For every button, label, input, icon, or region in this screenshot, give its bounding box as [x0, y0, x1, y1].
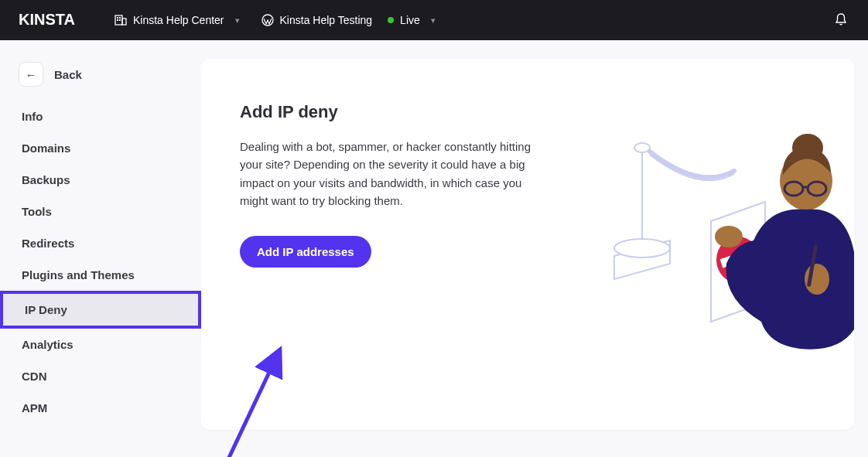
sidebar-item-label: Redirects — [22, 237, 74, 250]
bouncer-illustration-icon — [576, 128, 854, 376]
svg-point-18 — [715, 226, 743, 247]
svg-rect-5 — [117, 19, 118, 21]
sidebar-item-label: Domains — [22, 142, 70, 155]
main-content: Add IP deny Dealing with a bot, spammer,… — [201, 40, 868, 457]
bell-icon — [834, 12, 848, 26]
svg-text:KINSTA: KINSTA — [19, 12, 75, 28]
svg-rect-6 — [119, 19, 121, 21]
sidebar-item-label: Plugins and Themes — [22, 268, 135, 281]
env-label: Live — [400, 14, 420, 26]
notifications-button[interactable] — [834, 12, 848, 29]
chevron-down-icon: ▾ — [431, 15, 436, 26]
svg-rect-3 — [117, 17, 118, 19]
svg-point-10 — [614, 239, 670, 257]
top-navbar: KINSTA Kinsta Help Center ▾ Kinsta Help … — [0, 0, 868, 40]
environment-switcher[interactable]: Live ▾ — [388, 14, 436, 26]
back-arrow-icon: ← — [19, 62, 43, 87]
status-dot-icon — [388, 17, 394, 23]
brand-logo: KINSTA — [19, 12, 84, 28]
illustration — [576, 128, 854, 376]
svg-point-9 — [634, 143, 650, 152]
chevron-down-icon: ▾ — [235, 15, 240, 26]
sidebar-item-label: Info — [22, 110, 43, 123]
card-description: Dealing with a bot, spammer, or hacker c… — [240, 138, 549, 210]
svg-rect-1 — [115, 15, 122, 25]
building-icon — [114, 14, 127, 26]
sidebar-item-label: Analytics — [22, 338, 73, 351]
site-switcher[interactable]: Kinsta Help Testing — [261, 14, 373, 26]
sidebar-item-cdn[interactable]: CDN — [0, 360, 201, 392]
page-body: ← Back Info Domains Backups Tools Redire… — [0, 40, 868, 457]
sidebar-item-plugins-themes[interactable]: Plugins and Themes — [0, 259, 201, 291]
kinsta-logo-icon: KINSTA — [19, 12, 84, 28]
sidebar-item-info[interactable]: Info — [0, 101, 201, 132]
wordpress-icon — [261, 14, 274, 26]
sidebar-item-label: APM — [22, 401, 47, 414]
back-button[interactable]: ← Back — [0, 62, 201, 101]
sidebar-item-label: IP Deny — [25, 303, 67, 316]
company-name: Kinsta Help Center — [133, 14, 224, 26]
sidebar-item-ip-deny[interactable]: IP Deny — [0, 291, 201, 329]
sidebar-item-redirects[interactable]: Redirects — [0, 227, 201, 259]
svg-rect-4 — [119, 17, 121, 19]
company-switcher[interactable]: Kinsta Help Center ▾ — [114, 14, 240, 26]
sidebar-item-analytics[interactable]: Analytics — [0, 329, 201, 360]
card-heading: Add IP deny — [240, 102, 549, 122]
sidebar-item-label: CDN — [22, 370, 47, 383]
sidebar-item-tools[interactable]: Tools — [0, 196, 201, 227]
sidebar-item-label: Backups — [22, 173, 70, 186]
sidebar-item-label: Tools — [22, 205, 52, 218]
site-name: Kinsta Help Testing — [280, 14, 373, 26]
ip-deny-card: Add IP deny Dealing with a bot, spammer,… — [201, 59, 854, 430]
sidebar-item-apm[interactable]: APM — [0, 392, 201, 424]
sidebar-item-backups[interactable]: Backups — [0, 164, 201, 196]
svg-rect-2 — [122, 19, 126, 25]
back-label: Back — [54, 68, 82, 81]
sidebar-item-domains[interactable]: Domains — [0, 132, 201, 164]
add-ip-addresses-button[interactable]: Add IP addresses — [240, 236, 371, 268]
sidebar: ← Back Info Domains Backups Tools Redire… — [0, 40, 201, 457]
